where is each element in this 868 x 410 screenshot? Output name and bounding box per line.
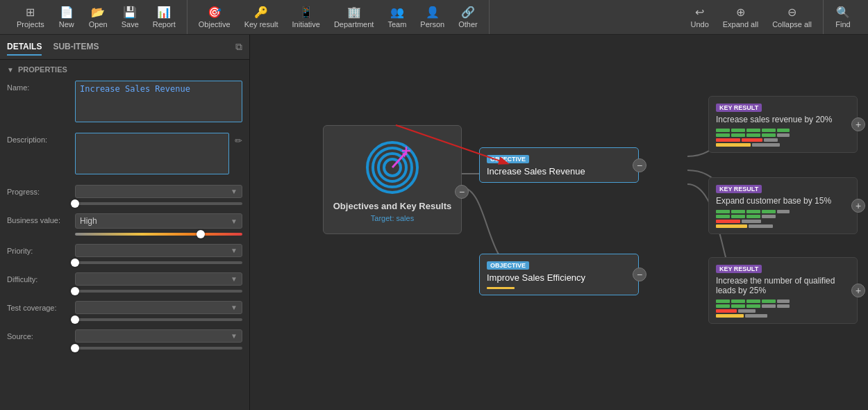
kr-title-3: Increase the number of qualified leads b… bbox=[716, 276, 850, 295]
name-input[interactable]: Increase Sales Revenue bbox=[75, 81, 242, 122]
business-value-slider-thumb[interactable] bbox=[197, 230, 205, 238]
other-icon: 🔗 bbox=[461, 6, 475, 19]
objective-bar-2 bbox=[487, 287, 515, 289]
difficulty-row: Difficulty: ▼ bbox=[7, 272, 242, 293]
key-result-tool[interactable]: 🔑 Key result bbox=[239, 3, 284, 31]
objective-card-2[interactable]: OBJECTIVE Improve Sales Efficiency − bbox=[479, 254, 639, 295]
priority-select[interactable]: ▼ bbox=[75, 244, 242, 257]
chevron-down-icon: ▼ bbox=[231, 275, 237, 283]
tab-details[interactable]: DETAILS bbox=[7, 39, 42, 56]
collapse-all-button[interactable]: ⊖ Collapse all bbox=[767, 3, 817, 31]
objective-card-1[interactable]: OBJECTIVE Increase Sales Revenue − bbox=[479, 147, 639, 183]
business-value-select[interactable]: High ▼ bbox=[75, 213, 242, 229]
panel-tabs: DETAILS SUB-ITEMS ⧉ bbox=[0, 35, 249, 60]
description-input[interactable] bbox=[75, 133, 229, 174]
business-value-value: High ▼ bbox=[75, 213, 242, 236]
properties-header[interactable]: ▼ PROPERTIES bbox=[7, 65, 242, 74]
kr-card-3[interactable]: KEY RESULT Increase the number of qualif… bbox=[708, 257, 858, 324]
person-icon: 👤 bbox=[426, 6, 440, 19]
properties-section: ▼ PROPERTIES Name: Increase Sales Revenu… bbox=[0, 60, 249, 363]
progress-select[interactable]: ▼ bbox=[75, 185, 242, 198]
edit-description-icon[interactable]: ✏ bbox=[235, 133, 242, 146]
department-tool[interactable]: 🏢 Department bbox=[328, 3, 379, 31]
kr-expand-button-1[interactable]: + bbox=[851, 117, 865, 131]
chevron-down-icon: ▼ bbox=[231, 304, 237, 311]
test-coverage-select[interactable]: ▼ bbox=[75, 301, 242, 314]
projects-icon: ⊞ bbox=[26, 6, 35, 19]
priority-slider-thumb[interactable] bbox=[71, 259, 79, 267]
chevron-down-icon: ▼ bbox=[7, 66, 14, 74]
toolbar: ⊞ Projects 📄 New 📂 Open 💾 Save 📊 Report … bbox=[0, 0, 868, 35]
expand-all-icon: ⊕ bbox=[736, 6, 745, 19]
kr-badge-2: KEY RESULT bbox=[716, 185, 762, 193]
test-coverage-label: Test coverage: bbox=[7, 301, 69, 312]
progress-row: Progress: ▼ bbox=[7, 185, 242, 205]
objective-tool[interactable]: 🎯 Objective bbox=[193, 3, 236, 31]
expand-all-button[interactable]: ⊕ Expand all bbox=[717, 3, 764, 31]
business-value-slider-track bbox=[75, 233, 242, 236]
business-value-label: Business value: bbox=[7, 213, 69, 224]
chevron-down-icon: ▼ bbox=[231, 218, 237, 225]
open-button[interactable]: 📂 Open bbox=[83, 3, 113, 31]
name-label: Name: bbox=[7, 81, 69, 92]
progress-slider-thumb[interactable] bbox=[71, 199, 79, 208]
find-button[interactable]: 🔍 Find bbox=[829, 3, 857, 31]
collapse-all-icon: ⊖ bbox=[787, 6, 796, 19]
source-row: Source: ▼ bbox=[7, 329, 242, 350]
objective-icon: 🎯 bbox=[208, 6, 222, 19]
kr-expand-button-3[interactable]: + bbox=[851, 284, 865, 297]
kr-expand-button-2[interactable]: + bbox=[851, 199, 865, 213]
progress-value: ▼ bbox=[75, 185, 242, 205]
progress-label: Progress: bbox=[7, 185, 69, 196]
center-node-collapse-button[interactable]: − bbox=[455, 185, 469, 199]
node-tools: 🎯 Objective 🔑 Key result 📱 Initiative 🏢 … bbox=[187, 0, 490, 34]
person-tool[interactable]: 👤 Person bbox=[415, 3, 450, 31]
save-button[interactable]: 💾 Save bbox=[116, 3, 144, 31]
description-row: Description: ✏ bbox=[7, 133, 242, 177]
key-result-icon: 🔑 bbox=[254, 6, 268, 19]
source-label: Source: bbox=[7, 329, 69, 341]
kr-card-1[interactable]: KEY RESULT Increase sales revenue by 20% bbox=[708, 96, 858, 153]
difficulty-slider-thumb[interactable] bbox=[71, 287, 79, 295]
kr-bars-1 bbox=[716, 129, 850, 147]
priority-row: Priority: ▼ bbox=[7, 244, 242, 264]
source-select[interactable]: ▼ bbox=[75, 329, 242, 343]
test-coverage-value: ▼ bbox=[75, 301, 242, 321]
difficulty-select[interactable]: ▼ bbox=[75, 272, 242, 286]
center-node-subtitle: Target: sales bbox=[371, 214, 414, 222]
team-tool[interactable]: 👥 Team bbox=[382, 3, 412, 31]
panel-toggle-button[interactable]: ⧉ bbox=[235, 41, 242, 53]
report-button[interactable]: 📊 Report bbox=[147, 3, 181, 31]
source-value: ▼ bbox=[75, 329, 242, 350]
undo-icon: ↩ bbox=[695, 6, 704, 19]
kr-card-2[interactable]: KEY RESULT Expand customer base by 15% bbox=[708, 177, 858, 234]
open-icon: 📂 bbox=[91, 6, 105, 19]
kr-title-1: Increase sales revenue by 20% bbox=[716, 115, 850, 124]
test-coverage-slider-thumb[interactable] bbox=[71, 315, 79, 324]
objective-title-2: Improve Sales Efficiency bbox=[487, 272, 631, 283]
center-node-title: Objectives and Key Results bbox=[333, 201, 452, 211]
business-value-text: High bbox=[80, 216, 97, 226]
projects-button[interactable]: ⊞ Projects bbox=[11, 3, 50, 31]
undo-button[interactable]: ↩ Undo bbox=[685, 3, 714, 31]
other-tool[interactable]: 🔗 Other bbox=[453, 3, 483, 31]
tab-sub-items[interactable]: SUB-ITEMS bbox=[53, 39, 99, 56]
source-slider-thumb[interactable] bbox=[71, 344, 79, 352]
priority-slider-track bbox=[75, 261, 242, 264]
objective-collapse-button-2[interactable]: − bbox=[633, 268, 646, 281]
new-button[interactable]: 📄 New bbox=[53, 3, 81, 31]
objective-title-1: Increase Sales Revenue bbox=[487, 166, 631, 177]
objective-badge-1: OBJECTIVE bbox=[487, 155, 529, 163]
kr-bars-3 bbox=[716, 300, 850, 318]
name-row: Name: Increase Sales Revenue bbox=[7, 81, 242, 124]
difficulty-value: ▼ bbox=[75, 272, 242, 293]
priority-label: Priority: bbox=[7, 244, 69, 255]
description-value bbox=[75, 133, 229, 177]
find-icon: 🔍 bbox=[836, 6, 850, 19]
initiative-tool[interactable]: 📱 Initiative bbox=[287, 3, 326, 31]
initiative-icon: 📱 bbox=[299, 6, 313, 19]
difficulty-slider-track bbox=[75, 290, 242, 293]
report-icon: 📊 bbox=[157, 6, 171, 19]
center-node[interactable]: Objectives and Key Results Target: sales bbox=[323, 125, 462, 234]
objective-collapse-button-1[interactable]: − bbox=[633, 158, 646, 172]
